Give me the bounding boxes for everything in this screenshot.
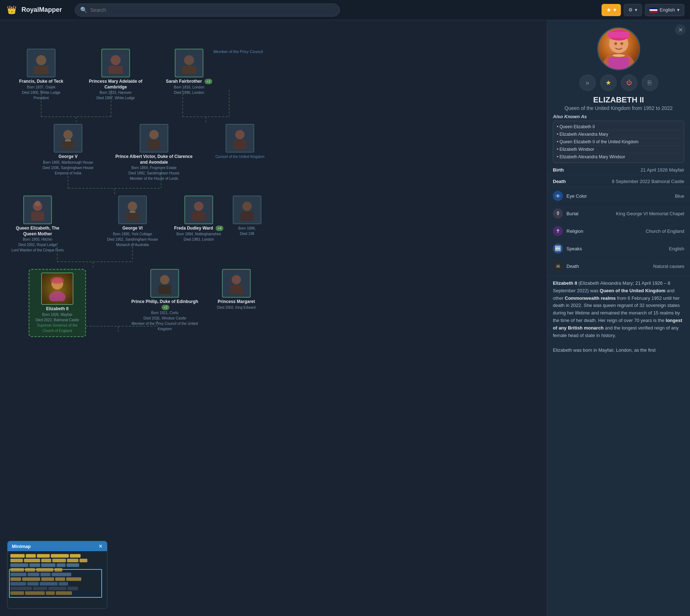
settings-button[interactable]: ⚙ ▾ [624,4,642,16]
svg-rect-38 [130,211,135,213]
burial-value: King George VI Memorial Chapel [616,211,684,216]
search-bar[interactable]: 🔍 [75,4,340,16]
svg-point-22 [111,55,121,65]
svg-rect-30 [148,140,160,149]
person-card-francis[interactable]: Francis, Duke of Teck Born 1837, Osijek … [13,49,70,101]
search-input[interactable] [90,7,334,13]
star-icon: ★ [605,79,611,87]
search-icon: 🔍 [80,6,87,13]
flag-icon [650,8,657,13]
person-card-prince-philip[interactable]: Prince Philip, Duke of Edinburgh +2 Born… [129,269,201,332]
svg-rect-34 [31,212,44,221]
birth-value: 21 April 1926 Mayfair [641,167,684,173]
aliases-list[interactable]: • Queen Elizabeth II • Elizabeth Alexand… [553,121,684,163]
language-button[interactable]: English ▾ [645,4,684,16]
person-card-sarah[interactable]: Sarah Fairbrother +2 Born 1816, London D… [160,49,218,95]
attributes-section: 👁 Eye Color Blue ⚱ Burial King George VI… [547,187,690,275]
bio-text-2: Elizabeth was born in Mayfair, London, a… [553,347,684,354]
favorite-button[interactable]: ★ [600,74,617,91]
attr-row-burial: ⚱ Burial King George VI Memorial Chapel [547,205,690,222]
death-row: Death 8 September 2022 Balmoral Castle [547,176,690,187]
attr-row-death: ☠ Death Natural causes [547,258,690,275]
svg-rect-49 [230,285,243,294]
person-card-w-right[interactable]: Born 1896, Died 198 [218,196,276,236]
person-photo-princess-margaret [222,269,251,298]
person-card-george6[interactable]: George VI Born 1895, York Cottage Died 1… [104,196,161,247]
person-name-francis: Francis, Duke of Teck [19,79,63,85]
person-details-prince-philip: Born 1921, Corfu Died 2021, Windsor Cast… [129,310,201,332]
attr-row-speaks: 🔤 Speaks English [547,240,690,258]
favorites-button[interactable]: ★ ▾ [602,4,621,16]
person-role-prince-george: Member of the Privy Council [213,49,263,55]
detail-avatar-portrait [598,27,639,70]
person-card-prince-albert[interactable]: Prince Albert Victor, Duke of Clarence a… [115,124,193,181]
detail-close-button[interactable]: ✕ [675,24,686,35]
person-photo-queen-mother [23,196,52,224]
person-name-prince-albert: Prince Albert Victor, Duke of Clarence a… [115,154,193,165]
philip-plus-badge: +2 [161,305,169,310]
app-logo-icon: 👑 [6,4,17,16]
person-card-elizabeth2[interactable]: Elizabeth II Born 1926, Mayfair Died 202… [29,269,86,337]
language-label: English [660,7,675,13]
navigate-back-button[interactable]: » [579,74,596,91]
svg-point-29 [149,130,159,139]
person-photo-princess-mary [101,49,130,77]
person-photo-prince-albert [140,124,168,153]
person-photo-elizabeth2 [41,273,73,305]
person-name-sarah: Sarah Fairbrother +2 [166,79,212,85]
detail-name: ELIZABETH II [547,95,690,105]
power-button[interactable]: ⏻ [621,74,637,91]
svg-rect-32 [233,140,246,149]
detail-avatar [597,27,640,70]
person-photo-freda [184,196,213,224]
death-label: Death [553,179,566,184]
person-details-prince-albert: Born 1864, Frogmore Estate Died 1892, Sa… [129,165,179,181]
person-name-princess-mary: Princess Mary Adelaide of Cambridge [82,79,150,90]
speaks-value: English [669,246,684,251]
settings-dropdown-icon: ▾ [635,7,637,13]
svg-point-31 [235,130,245,139]
detail-avatar-area: » ★ ⏻ ⎘ [547,20,690,95]
also-known-label: Also Known As [547,111,690,121]
svg-point-44 [49,291,66,301]
speaks-label: Speaks [566,246,582,251]
svg-rect-28 [65,139,71,141]
svg-point-20 [36,55,46,65]
person-details-sarah: Born 1816, London Died 1890, London [174,85,204,95]
minimap-close-button[interactable]: ✕ [98,543,103,549]
tree-panel[interactable]: Francis, Duke of Teck Born 1837, Osijek … [0,20,547,616]
language-dropdown-icon: ▾ [677,7,680,13]
favorites-dropdown-icon: ▾ [613,6,616,13]
birth-row: Birth 21 April 1926 Mayfair [547,163,690,176]
person-details-elizabeth2: Born 1926, Mayfair Died 2022, Balmoral C… [32,312,82,333]
svg-point-54 [614,42,617,45]
attr-row-eye: 👁 Eye Color Blue [547,187,690,205]
svg-rect-37 [126,212,139,221]
person-photo-consort [226,124,254,153]
svg-point-41 [242,202,252,211]
detail-actions: » ★ ⏻ ⎘ [579,74,658,91]
person-card-george5[interactable]: George V Born 1865, Marlborough House Di… [39,124,97,176]
svg-rect-25 [182,66,196,74]
person-details-queen-mother: Born 1900, Hitchin Died 2002, Royal Lodg… [11,237,64,253]
person-card-princess-mary[interactable]: Princess Mary Adelaide of Cambridge Born… [82,49,150,101]
death-cause-label: Death [566,264,579,269]
svg-point-55 [620,42,623,45]
person-details-princess-mary: Born 1833, Hanover Died 1897, White Lodg… [96,90,135,101]
eye-color-icon: 👁 [553,191,563,201]
person-card-prince-george-top[interactable]: Member of the Privy Council [209,49,267,55]
speaks-icon: 🔤 [553,244,563,254]
alias-item: • Elizabeth Alexandra Mary Windsor [557,153,680,160]
minimap-content [8,551,107,608]
svg-rect-21 [34,66,48,74]
person-card-princess-margaret[interactable]: Princess Margaret Died 2002, King Edward [208,269,265,310]
person-card-queen-mother[interactable]: Queen Elizabeth, The Queen Mother Born 1… [9,196,66,253]
minimap-header: Minimap ✕ [8,541,107,551]
svg-rect-40 [192,212,205,221]
share-button[interactable]: ⎘ [642,74,658,91]
bio-section[interactable]: Elizabeth II (Elizabeth Alexandra Mary; … [547,275,690,616]
header: 👑 RoyalMapper 🔍 ★ ▾ ⚙ ▾ English ▾ [0,0,690,20]
person-details-freda: Born 1894, Nottinghamshire Died 1983, Lo… [177,231,221,242]
svg-point-26 [63,130,73,139]
person-card-consort[interactable]: Consort of the United Kingdom [211,124,269,159]
